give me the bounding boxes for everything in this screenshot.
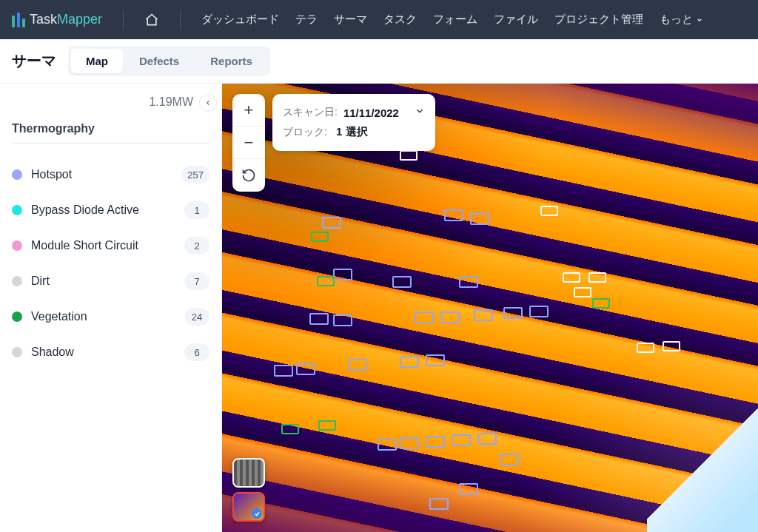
- scan-date-label: スキャン日:: [283, 106, 338, 119]
- zoom-in-button[interactable]: +: [232, 94, 265, 127]
- nav-thermal[interactable]: サーマ: [334, 13, 367, 27]
- category-label: Bypass Diode Active: [31, 203, 139, 217]
- category-count-badge: 6: [184, 343, 209, 361]
- chevron-down-icon: [696, 16, 703, 24]
- category-count-badge: 24: [184, 308, 209, 326]
- category-color-icon: [12, 276, 22, 286]
- category-row[interactable]: Bypass Diode Active 1: [12, 192, 209, 228]
- nav-file[interactable]: ファイル: [494, 13, 538, 27]
- category-label: Dirt: [31, 275, 50, 288]
- category-row[interactable]: Module Short Circuit 2: [12, 228, 209, 263]
- nav-terra[interactable]: テラ: [295, 13, 318, 27]
- category-label: Vegetation: [31, 310, 87, 323]
- nav-task[interactable]: タスク: [383, 13, 417, 27]
- sidebar: 1.19MW Thermography Hotspot 257 Bypass D…: [0, 84, 222, 532]
- nav-project[interactable]: プロジェクト管理: [554, 13, 643, 27]
- nav-more[interactable]: もっと: [660, 13, 703, 27]
- page-title: サーマ: [12, 51, 56, 71]
- view-tabs: Map Defects Reports: [68, 46, 270, 76]
- category-color-icon: [12, 240, 22, 251]
- category-row[interactable]: Hotspot 257: [12, 157, 209, 192]
- nav-dashboard[interactable]: ダッシュボード: [201, 13, 279, 27]
- category-count-badge: 2: [184, 237, 209, 255]
- logo-text-b: Mapper: [57, 12, 102, 27]
- collapse-sidebar-button[interactable]: [199, 94, 217, 112]
- selected-check-icon: [252, 508, 262, 519]
- nav-form[interactable]: フォーム: [433, 13, 477, 27]
- category-row[interactable]: Shadow 6: [12, 334, 209, 370]
- layer-thermal-button[interactable]: [232, 492, 265, 522]
- scan-filter-panel: スキャン日: 11/11/2022 ブロック: 1 選択: [272, 94, 435, 151]
- category-label: Module Short Circuit: [31, 239, 138, 252]
- zoom-reset-button[interactable]: [232, 159, 265, 192]
- home-icon[interactable]: [144, 13, 159, 27]
- tab-map[interactable]: Map: [71, 49, 123, 73]
- scan-date-value: 11/11/2022: [343, 107, 399, 119]
- category-color-icon: [12, 205, 22, 215]
- map-viewport[interactable]: + − スキャン日: 11/11/2022 ブロック: 1 選択: [222, 84, 758, 532]
- logo-text-a: Task: [30, 12, 57, 27]
- category-list: Hotspot 257 Bypass Diode Active 1 Module…: [12, 157, 209, 370]
- layer-visual-button[interactable]: [232, 458, 265, 488]
- app-logo[interactable]: TaskMapper: [12, 12, 102, 27]
- tab-defects[interactable]: Defects: [124, 49, 194, 73]
- zoom-controls: + −: [232, 94, 265, 192]
- divider: [123, 11, 124, 29]
- category-color-icon: [12, 312, 22, 322]
- map-corner-decoration: [647, 391, 758, 532]
- main-nav: ダッシュボード テラ サーマ タスク フォーム ファイル プロジェクト管理 もっ…: [201, 13, 703, 27]
- category-color-icon: [12, 347, 22, 357]
- expand-filter-button[interactable]: [415, 106, 425, 119]
- nav-more-label: もっと: [660, 13, 693, 27]
- divider: [180, 11, 181, 29]
- category-row[interactable]: Vegetation 24: [12, 299, 209, 334]
- sub-header: サーマ Map Defects Reports: [0, 39, 758, 84]
- chevron-down-icon: [415, 106, 425, 116]
- zoom-out-button[interactable]: −: [232, 127, 265, 159]
- category-label: Hotspot: [31, 168, 72, 181]
- reset-icon: [241, 168, 256, 183]
- topbar: TaskMapper ダッシュボード テラ サーマ タスク フォーム ファイル …: [0, 0, 758, 39]
- category-count-badge: 1: [184, 201, 209, 219]
- category-color-icon: [12, 169, 22, 180]
- category-label: Shadow: [31, 346, 74, 359]
- layer-switcher: [232, 458, 265, 522]
- content-area: 1.19MW Thermography Hotspot 257 Bypass D…: [0, 84, 758, 532]
- logo-mark-icon: [12, 13, 25, 27]
- category-count-badge: 7: [184, 272, 209, 290]
- sidebar-section-title: Thermography: [12, 122, 209, 135]
- category-row[interactable]: Dirt 7: [12, 263, 209, 299]
- block-value: 1 選択: [336, 125, 368, 139]
- block-label: ブロック:: [283, 126, 330, 139]
- divider: [12, 143, 209, 144]
- chevron-left-icon: [204, 99, 212, 107]
- category-count-badge: 257: [181, 166, 209, 183]
- site-capacity: 1.19MW: [12, 95, 209, 109]
- tab-reports[interactable]: Reports: [195, 49, 267, 73]
